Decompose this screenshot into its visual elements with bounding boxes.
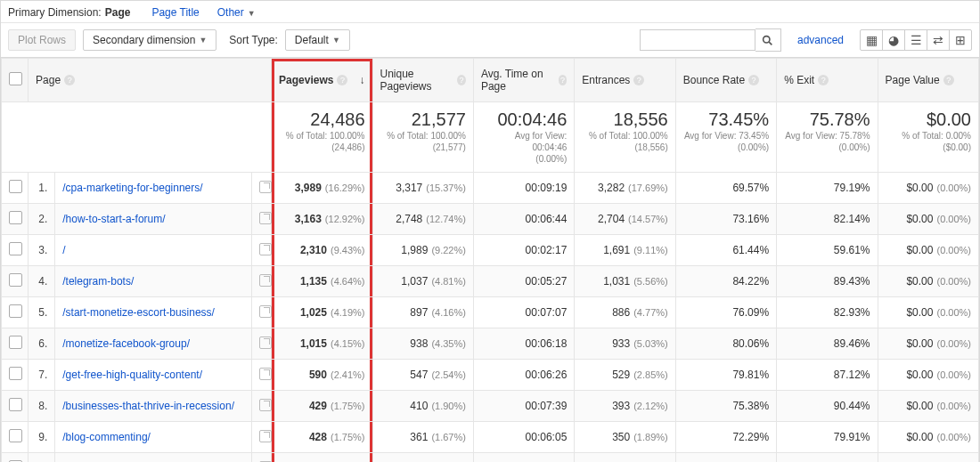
row-pageviews: 1,015(4.15%)	[272, 328, 372, 360]
view-comparison-icon[interactable]: ⇄	[927, 30, 949, 50]
page-link[interactable]: /get-free-high-quality-content/	[62, 369, 202, 381]
view-pie-icon[interactable]: ◕	[882, 30, 904, 50]
help-icon[interactable]: ?	[748, 75, 759, 85]
open-link-button[interactable]	[252, 173, 272, 204]
row-checkbox[interactable]	[2, 453, 29, 463]
page-link[interactable]: /businesses-that-thrive-in-recession/	[62, 400, 234, 412]
page-link[interactable]: /	[62, 244, 65, 256]
row-value: $0.00(0.00%)	[878, 266, 978, 297]
row-unique: 1,989(9.22%)	[372, 235, 473, 266]
row-pageviews: 1,135(4.64%)	[272, 266, 372, 297]
row-bounce: 75.38%	[675, 391, 776, 422]
view-pivot-icon[interactable]: ⊞	[949, 30, 971, 50]
report-container: Primary Dimension: Page Page Title Other…	[0, 0, 980, 462]
row-avgtime: 00:05:27	[473, 266, 574, 297]
row-bounce: 73.16%	[675, 204, 776, 235]
primary-dimension-value[interactable]: Page	[105, 6, 131, 19]
table-row: 7./get-free-high-quality-content/590(2.4…	[2, 360, 979, 391]
help-icon[interactable]: ?	[457, 75, 466, 85]
row-avgtime: 00:03:05	[473, 453, 574, 463]
row-avgtime: 00:06:26	[473, 360, 574, 391]
row-exit: 82.14%	[777, 204, 878, 235]
open-link-button[interactable]	[252, 328, 272, 360]
open-link-button[interactable]	[252, 297, 272, 328]
page-link[interactable]: /how-to-start-a-forum/	[62, 213, 165, 225]
header-checkbox[interactable]	[2, 59, 29, 102]
row-pageviews: 3,163(12.92%)	[272, 204, 372, 235]
open-link-button[interactable]	[252, 266, 272, 297]
summary-exit: 75.78%Avg for View: 75.78%(0.00%)	[777, 102, 878, 173]
dim-other-link[interactable]: Other▼	[217, 6, 256, 19]
row-page: /start-monetize-escort-business/	[55, 297, 252, 328]
page-link[interactable]: /blog-commenting/	[62, 431, 151, 443]
row-checkbox[interactable]	[2, 266, 29, 297]
header-exit[interactable]: % Exit?	[777, 59, 878, 102]
header-page[interactable]: Page?	[29, 59, 272, 102]
help-icon[interactable]: ?	[818, 75, 829, 85]
sort-type-dropdown[interactable]: Default▼	[285, 29, 350, 51]
secondary-dimension-dropdown[interactable]: Secondary dimension▼	[83, 29, 216, 51]
row-page: /	[55, 235, 252, 266]
open-link-button[interactable]	[252, 422, 272, 453]
row-entrances: 1,691(9.11%)	[575, 235, 675, 266]
row-pageviews: 3,989(16.29%)	[272, 173, 372, 204]
header-unique[interactable]: Unique Pageviews?	[372, 59, 473, 102]
row-checkbox[interactable]	[2, 235, 29, 266]
row-index: 7.	[29, 360, 55, 391]
row-index: 3.	[29, 235, 55, 266]
search-button[interactable]	[755, 28, 781, 52]
table-row: 1./cpa-marketing-for-beginners/3,989(16.…	[2, 173, 979, 204]
dim-page-title-link[interactable]: Page Title	[151, 6, 199, 19]
header-avgtime[interactable]: Avg. Time on Page?	[473, 59, 574, 102]
header-entrances[interactable]: Entrances?	[575, 59, 675, 102]
advanced-link[interactable]: advanced	[797, 34, 844, 46]
svg-point-0	[764, 36, 770, 42]
help-icon[interactable]: ?	[943, 75, 954, 85]
table-row: 6./monetize-facebook-group/1,015(4.15%)9…	[2, 328, 979, 360]
row-checkbox[interactable]	[2, 422, 29, 453]
checkbox-icon	[9, 180, 22, 193]
row-checkbox[interactable]	[2, 173, 29, 204]
page-link[interactable]: /monetize-facebook-group/	[62, 337, 190, 350]
row-value: $0.00(0.00%)	[878, 204, 978, 235]
open-link-button[interactable]	[252, 453, 272, 463]
page-link[interactable]: /start-monetize-escort-business/	[62, 306, 215, 319]
row-exit: 79.91%	[777, 422, 878, 453]
table-row: 5./start-monetize-escort-business/1,025(…	[2, 297, 979, 328]
plot-rows-button[interactable]: Plot Rows	[8, 29, 76, 51]
row-entrances: 2,704(14.57%)	[575, 204, 675, 235]
row-avgtime: 00:06:44	[473, 204, 574, 235]
open-link-button[interactable]	[252, 204, 272, 235]
row-exit: 59.61%	[777, 235, 878, 266]
row-checkbox[interactable]	[2, 328, 29, 360]
open-link-button[interactable]	[252, 235, 272, 266]
open-link-button[interactable]	[252, 391, 272, 422]
sort-down-icon: ↓	[360, 74, 365, 86]
help-icon[interactable]: ?	[64, 75, 75, 85]
help-icon[interactable]: ?	[633, 75, 644, 85]
help-icon[interactable]: ?	[337, 75, 347, 85]
row-avgtime: 00:02:17	[473, 235, 574, 266]
open-link-button[interactable]	[252, 360, 272, 391]
row-index: 1.	[29, 173, 55, 204]
checkbox-icon	[9, 72, 22, 85]
help-icon[interactable]: ?	[559, 75, 568, 85]
primary-dimension-bar: Primary Dimension: Page Page Title Other…	[1, 1, 979, 23]
row-checkbox[interactable]	[2, 204, 29, 235]
page-link[interactable]: /telegram-bots/	[62, 275, 134, 288]
header-value[interactable]: Page Value?	[878, 59, 978, 102]
checkbox-icon	[9, 273, 22, 287]
row-exit: 82.93%	[777, 297, 878, 328]
row-value: $0.00(0.00%)	[878, 453, 978, 463]
header-bounce[interactable]: Bounce Rate?	[675, 59, 776, 102]
row-checkbox[interactable]	[2, 297, 29, 328]
row-pageviews: 2,310(9.43%)	[272, 235, 372, 266]
page-link[interactable]: /cpa-marketing-for-beginners/	[62, 182, 202, 194]
view-table-icon[interactable]: ▦	[861, 30, 882, 50]
row-checkbox[interactable]	[2, 360, 29, 391]
view-performance-icon[interactable]: ☰	[904, 30, 927, 50]
header-pageviews[interactable]: Pageviews?↓	[272, 59, 372, 102]
row-checkbox[interactable]	[2, 391, 29, 422]
search-input[interactable]	[640, 29, 755, 51]
table-row: 4./telegram-bots/1,135(4.64%)1,037(4.81%…	[2, 266, 979, 297]
